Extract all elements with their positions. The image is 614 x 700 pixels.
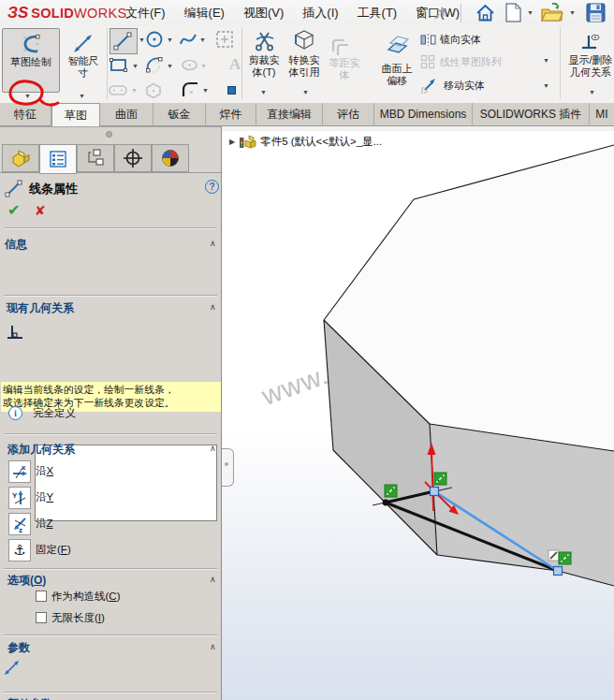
trim-entities-icon[interactable] (254, 30, 276, 52)
along-y-label[interactable]: 沿Y (36, 490, 53, 504)
open-document-dropdown-icon[interactable]: ▼ (569, 9, 576, 16)
menu-view[interactable]: 视图(V) (234, 0, 293, 26)
mirror-entities-label[interactable]: 镜向实体 (440, 34, 505, 46)
panel-splitter[interactable] (0, 126, 221, 139)
move-entities-label[interactable]: 移动实体 (444, 80, 509, 92)
collapse-chevron-icon[interactable]: ∧ (210, 239, 216, 248)
collapse-chevron-icon[interactable]: ∧ (210, 575, 216, 584)
fix-label[interactable]: 固定(F) (36, 543, 71, 557)
relation-badge-icon[interactable] (559, 552, 571, 564)
circle-tool-icon[interactable] (145, 30, 164, 49)
polygon-tool-icon[interactable] (145, 82, 162, 98)
collapse-chevron-icon[interactable]: ∧ (210, 444, 216, 453)
new-document-icon[interactable] (505, 3, 521, 22)
along-y-button[interactable]: Y (8, 487, 31, 509)
relation-badge-icon[interactable] (434, 473, 446, 485)
for-construction-label[interactable]: 作为构造线(C) (51, 590, 121, 604)
tab-evaluate[interactable]: 评估 (323, 103, 374, 126)
tab-features[interactable]: 特征 (0, 103, 51, 126)
along-x-label[interactable]: 沿X (36, 464, 53, 478)
spline-dropdown-icon[interactable]: ▼ (199, 36, 206, 44)
tab-surfaces[interactable]: 曲面 (100, 103, 154, 126)
fix-button[interactable]: ⚓ (8, 539, 31, 561)
collapse-chevron-icon[interactable]: ∧ (210, 302, 216, 312)
parameters-section-header[interactable]: 参数 (7, 640, 30, 656)
help-icon[interactable]: ? (205, 180, 219, 194)
tab-property-manager[interactable] (39, 144, 77, 174)
menu-edit[interactable]: 编辑(E) (175, 0, 234, 26)
rectangle-dropdown-icon[interactable]: ▼ (132, 63, 139, 70)
convert-entities-icon[interactable] (293, 29, 315, 52)
infinite-length-label[interactable]: 无限长度(I) (51, 611, 105, 625)
along-z-label[interactable]: 沿Z (36, 517, 53, 531)
info-section-header[interactable]: 信息 (5, 237, 27, 253)
tab-feature-manager[interactable] (2, 144, 39, 172)
infinite-length-checkbox[interactable] (36, 612, 47, 623)
display-delete-relations-icon[interactable] (580, 32, 601, 52)
line-tool-button[interactable] (110, 28, 138, 54)
trim-dropdown-icon[interactable]: ▼ (260, 89, 267, 96)
arc-dropdown-icon[interactable]: ▼ (167, 63, 173, 70)
ellipse-tool-icon[interactable] (181, 58, 198, 72)
tab-configuration-manager[interactable] (77, 144, 114, 172)
tab-display-manager[interactable] (152, 144, 189, 172)
convert-entities-label[interactable]: 转换实体引用 (285, 54, 323, 78)
circle-dropdown-icon[interactable]: ▼ (167, 36, 173, 44)
graphics-viewport[interactable]: www.solidworkszxw.com (222, 131, 614, 700)
smart-dimension-dropdown-icon[interactable]: ▼ (79, 93, 85, 100)
panel-flyout-handle[interactable] (222, 448, 234, 487)
offset-on-surface-label[interactable]: 曲面上偏移 (378, 63, 416, 86)
fillet-dropdown-icon[interactable]: ▼ (202, 87, 209, 95)
pin-icon[interactable] (433, 6, 448, 21)
add-relations-header[interactable]: 添加几何关系 (7, 442, 75, 458)
sketch-button[interactable]: 草图绘制 (2, 28, 60, 93)
tab-weldments[interactable]: 焊件 (206, 103, 256, 126)
slot-tool-icon[interactable] (108, 84, 128, 96)
feature-tree-root-label[interactable]: 零件5 (默认<<默认>_显... (260, 135, 382, 149)
display-delete-relations-label-line2[interactable]: 几何关系 (570, 66, 611, 78)
trim-entities-label[interactable]: 剪裁实体(T) (245, 54, 283, 78)
new-document-dropdown-icon[interactable]: ▼ (527, 9, 534, 16)
line-dropdown-icon[interactable]: ▼ (139, 36, 145, 44)
tab-direct-editing[interactable]: 直接编辑 (256, 103, 323, 126)
save-icon[interactable] (586, 3, 606, 22)
point-tool-icon[interactable] (227, 85, 237, 95)
home-icon[interactable] (475, 4, 495, 22)
existing-relations-header[interactable]: 现有几何关系 (7, 300, 74, 316)
smart-dimension-button[interactable]: 智能尺寸 (60, 28, 107, 93)
options-section-header[interactable]: 选项(O) (7, 573, 46, 589)
tab-sketch[interactable]: 草图 (51, 103, 100, 126)
sketch-point-left[interactable] (383, 500, 389, 506)
display-delete-relations-label-line1[interactable]: 显示/删除 (568, 54, 612, 66)
sketch-point-end[interactable] (554, 567, 563, 576)
tab-solidworks-addins[interactable]: SOLIDWORKS 插件 (473, 103, 590, 126)
spline-tool-icon[interactable] (179, 31, 197, 48)
offset-on-surface-icon[interactable] (385, 34, 409, 58)
tab-mbd-dimensions[interactable]: MBD Dimensions (374, 103, 473, 126)
open-document-icon[interactable] (541, 3, 563, 22)
cancel-button[interactable]: ✘ (35, 203, 46, 218)
move-dropdown-icon[interactable]: ▼ (543, 82, 549, 90)
tab-sheet-metal[interactable]: 钣金 (154, 103, 206, 126)
relation-badge-icon[interactable] (385, 485, 397, 497)
mirror-entities-icon[interactable] (420, 33, 436, 47)
linear-pattern-dropdown-icon[interactable]: ▼ (543, 57, 549, 65)
menu-file[interactable]: 文件(F) (116, 0, 175, 26)
arc-tool-icon[interactable] (144, 55, 165, 74)
tab-dimxpert-manager[interactable] (114, 144, 152, 172)
along-x-button[interactable]: x (8, 460, 31, 483)
rectangle-tool-icon[interactable] (109, 57, 129, 74)
ok-button[interactable]: ✔ (7, 201, 20, 219)
along-z-button[interactable]: z (8, 513, 31, 535)
fillet-tool-icon[interactable]: × (181, 80, 199, 98)
move-entities-icon[interactable] (420, 77, 437, 94)
lasso-select-icon[interactable] (214, 29, 235, 51)
for-construction-checkbox[interactable] (36, 591, 47, 602)
menu-insert[interactable]: 插入(I) (293, 0, 347, 26)
tab-partial[interactable]: MI (590, 103, 614, 126)
collapse-chevron-icon[interactable]: ∧ (210, 642, 216, 651)
sketch-point-origin[interactable] (431, 488, 439, 496)
tree-expand-icon[interactable]: ▶ (229, 138, 235, 146)
display-delete-dropdown-icon[interactable]: ▼ (589, 89, 595, 96)
menu-tools[interactable]: 工具(T) (348, 0, 407, 26)
